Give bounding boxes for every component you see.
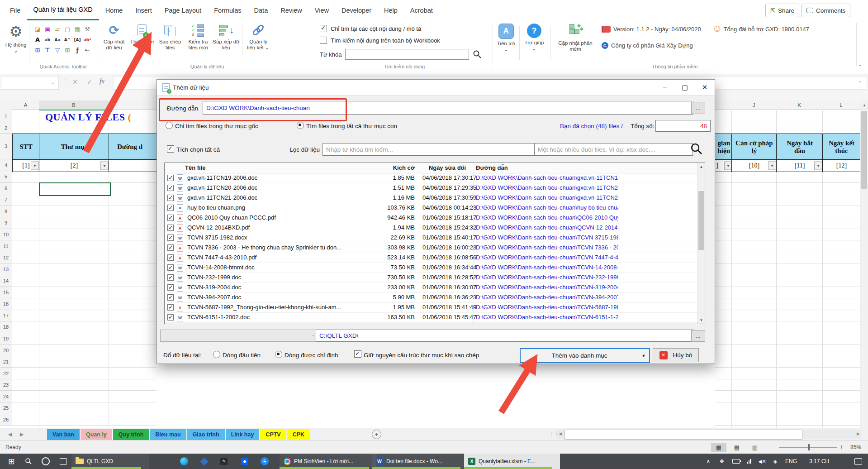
filter-keyword-input[interactable]: Nhập từ khóa tìm kiếm...: [323, 143, 535, 156]
radio-first-row-label[interactable]: Dòng đầu tiên: [223, 352, 261, 359]
file-checkbox[interactable]: [167, 314, 174, 321]
taskbar-messenger-button[interactable]: ϟ: [257, 454, 272, 469]
cell-j4[interactable]: [10]▼: [731, 159, 777, 172]
radio-root-folder[interactable]: [166, 122, 173, 129]
sheet-tab-link-hay[interactable]: Link hay: [226, 429, 260, 440]
row-header-4[interactable]: 4: [0, 159, 12, 171]
clock[interactable]: 3:17 CH: [803, 454, 835, 469]
file-row[interactable]: ATCVN-5687-1992_Thong-gio-dieu-tiet-khon…: [165, 302, 697, 313]
close-button[interactable]: ✕: [695, 81, 715, 94]
hscroll-left-icon[interactable]: ◀: [559, 431, 562, 436]
sheet-tab-quan-ly[interactable]: Quan ly: [81, 429, 112, 440]
file-list-scrollbar[interactable]: ▲ ▼: [697, 163, 705, 324]
comments-button[interactable]: Comments: [802, 4, 850, 17]
radio-specified-row[interactable]: [275, 351, 282, 358]
sheet-select-combo[interactable]: ⌄: [160, 330, 318, 342]
file-row[interactable]: Wgxd.vn-11TCN19-2006.doc1.85 MB04/06/201…: [165, 173, 697, 183]
cancel-dialog-button[interactable]: ✕ Hủy bỏ: [653, 348, 699, 362]
table-search-icon[interactable]: ⊞: [33, 45, 43, 55]
ribbon-tab-view[interactable]: View: [308, 1, 335, 20]
header-cell-stt[interactable]: STT: [12, 134, 40, 160]
page-layout-view-icon[interactable]: ▤: [729, 443, 745, 452]
row-header-26[interactable]: 26: [0, 414, 12, 426]
sheet-tab-quy-trinh[interactable]: Quy trinh: [113, 429, 149, 440]
file-checkbox[interactable]: [167, 205, 174, 211]
scroll-up-icon[interactable]: ▲: [698, 163, 705, 170]
ribbon-tab-data[interactable]: Data: [248, 1, 275, 20]
horizontal-scrollbar[interactable]: ◀ ▶: [557, 430, 861, 439]
update-software-button[interactable]: Cập nhật phần mềm: [555, 24, 596, 52]
keep-structure-label[interactable]: Giữ nguyên cấu trúc thư mục khi sao chép: [364, 352, 479, 359]
network-icon[interactable]: [744, 454, 754, 469]
update-data-button[interactable]: ⟳Cập nhật dữ liệu: [100, 22, 128, 52]
tray-dropbox-icon[interactable]: ❖: [716, 454, 727, 469]
file-row[interactable]: WTCVN-232-1999.doc730.50 KB01/06/2018 16…: [165, 273, 697, 283]
radio-root-label[interactable]: Chỉ tìm files trong thư mục gốc: [175, 123, 258, 129]
taskbar-search-button[interactable]: [21, 454, 36, 469]
save-icon[interactable]: ▣: [43, 24, 52, 34]
file-checkbox[interactable]: [167, 284, 174, 291]
maximize-button[interactable]: ▢: [675, 81, 695, 94]
row-header-1[interactable]: 1: [0, 110, 12, 123]
security-icon[interactable]: ◈: [770, 454, 781, 469]
new-sheet-icon[interactable]: +: [372, 430, 381, 439]
column-header-b[interactable]: B: [39, 100, 109, 110]
file-row[interactable]: WTCVN-394-2007.doc5.90 MB01/06/2018 16:3…: [165, 292, 697, 303]
row-header-10[interactable]: 10: [0, 229, 12, 241]
keyword-input[interactable]: [345, 49, 469, 60]
row-header-24[interactable]: 24: [0, 391, 12, 402]
extension-filter-input[interactable]: Một hoặc nhiều đuôi files. Ví dụ: xlsx d…: [534, 143, 693, 156]
cell-partial4[interactable]: ]▼: [715, 159, 733, 172]
language-indicator[interactable]: ENG: [783, 454, 800, 469]
row-header-6[interactable]: 6: [0, 183, 12, 195]
file-checkbox[interactable]: [167, 274, 174, 281]
row-header-20[interactable]: 20: [0, 345, 12, 356]
system-menu-button[interactable]: ⚙ Hệ thống ⌄: [5, 23, 27, 54]
file-row[interactable]: Wgxd.vn-11TCN21-2006.doc1.16 MB04/06/201…: [165, 193, 697, 203]
row-header-19[interactable]: 19: [0, 333, 12, 345]
file-row[interactable]: WTCVN-14-2008-btnmt.doc73.50 KB01/06/201…: [165, 263, 697, 273]
textbox-icon[interactable]: ab: [43, 34, 52, 45]
filter-dropdown-icon[interactable]: ▼: [31, 162, 39, 170]
row-header-7[interactable]: 7: [0, 194, 12, 206]
search-workbook-option[interactable]: Tìm kiếm nội dung trên toàn bộ Workbook: [320, 37, 440, 44]
file-row[interactable]: WTCVN-6151-1-2002.doc163.50 KB01/06/2018…: [165, 312, 697, 323]
add-new-files-button[interactable]: +Thêm mới files: [128, 22, 156, 52]
name-box[interactable]: ⌄: [1, 76, 59, 90]
ribbon-tab-qu-n-l-t-i-li-u-gxd[interactable]: Quản lý tài liệu GXD: [27, 0, 99, 20]
file-checkbox[interactable]: [167, 185, 174, 191]
zoom-in-icon[interactable]: +: [840, 443, 843, 450]
new-doc-icon[interactable]: ▢: [62, 24, 72, 34]
row-header-23[interactable]: 23: [0, 379, 12, 391]
vertical-scrollbar[interactable]: ▲: [860, 100, 868, 428]
utilities-button[interactable]: A Tiện ích ⌄: [496, 24, 517, 53]
normal-view-icon[interactable]: ▦: [711, 443, 726, 452]
sheet-tab-cptv[interactable]: CPTV: [260, 429, 286, 440]
share-button[interactable]: ⇱ Share: [765, 4, 799, 17]
row-header-5[interactable]: 5: [0, 171, 12, 183]
file-row[interactable]: WTCVN 3715-1982.docx22.69 KB01/06/2018 1…: [165, 233, 697, 243]
file-row[interactable]: ■huy bo tieu chuan.png103.76 KB04/06/201…: [165, 203, 697, 213]
sort-data-button[interactable]: ↓Sắp xếp dữ liệu: [212, 22, 240, 52]
action-center-icon[interactable]: [850, 454, 866, 469]
file-checkbox[interactable]: [167, 304, 174, 311]
collapse-ribbon-icon[interactable]: ⌃: [858, 64, 862, 70]
taskbar-onedrive-button[interactable]: [196, 454, 212, 469]
copy-files-button[interactable]: →Sao chép files: [156, 22, 184, 52]
col-path[interactable]: Đường dẫn: [476, 164, 508, 171]
function-icon[interactable]: ƒ: [72, 45, 82, 55]
row-header-11[interactable]: 11: [0, 240, 12, 252]
grow-font-icon[interactable]: A^: [62, 34, 72, 45]
row-header-18[interactable]: 18: [0, 321, 12, 333]
column-header-k[interactable]: K: [776, 100, 823, 110]
row-header-8[interactable]: 8: [0, 206, 12, 218]
file-checkbox[interactable]: [167, 254, 174, 261]
browse-destination-button[interactable]: ...: [691, 330, 705, 342]
hierarchy-icon[interactable]: ▦: [72, 24, 82, 34]
row-header-3[interactable]: 3: [0, 134, 12, 159]
taskbar-edge-button[interactable]: [176, 454, 192, 469]
column-header-a[interactable]: A: [12, 100, 39, 110]
row-header-15[interactable]: 15: [0, 287, 12, 299]
zoom-out-icon[interactable]: −: [772, 443, 775, 450]
tray-chevron-icon[interactable]: ∧: [703, 454, 714, 469]
